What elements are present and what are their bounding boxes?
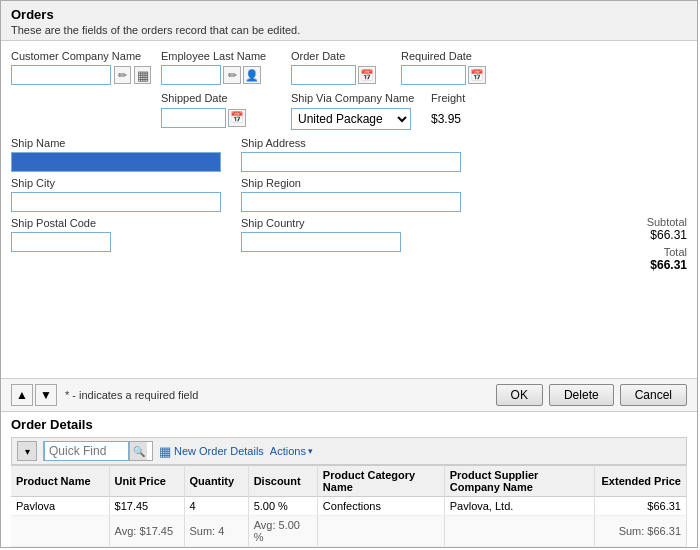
col-header-extended-price: Extended Price (594, 466, 686, 497)
total-value: $66.31 (647, 258, 687, 272)
toolbar-dropdown-button[interactable]: ▾ (17, 441, 37, 461)
order-details-section: Order Details ▾ 🔍 ▦ New Order Details Ac… (1, 412, 697, 547)
form-row-2: Shipped Date 📅 Ship Via Company Name Uni… (11, 91, 687, 129)
ship-country-input[interactable]: Denmark (241, 232, 401, 252)
total-label: Total (647, 246, 687, 258)
required-note: * - indicates a required field (65, 389, 488, 401)
nav-arrows: ▲ ▼ (11, 384, 57, 406)
customer-input[interactable]: Simons bistro (11, 65, 111, 85)
quickfind-container: 🔍 (43, 441, 153, 461)
required-date-calendar-icon[interactable]: 📅 (468, 66, 486, 84)
freight-field: Freight $3.95 (431, 91, 465, 129)
actions-label: Actions (270, 445, 306, 457)
col-header-product: Product Name (11, 466, 109, 497)
ship-region-label: Ship Region (241, 176, 687, 190)
employee-field: Employee Last Name King ✏ 👤 (161, 49, 281, 85)
employee-label: Employee Last Name (161, 49, 281, 63)
order-date-label: Order Date (291, 49, 391, 63)
ship-via-field: Ship Via Company Name United Package (291, 91, 421, 129)
table-header-row: Product Name Unit Price Quantity Discoun… (11, 466, 687, 497)
order-date-field: Order Date 5/6/1998 📅 (291, 49, 391, 85)
form-row-1: Customer Company Name Simons bistro ✏ ▦ … (11, 49, 687, 85)
table-summary-row: Avg: $17.45 Sum: 4 Avg: 5.00 % Sum: $66.… (11, 516, 687, 547)
cell-extended-price: $66.31 (594, 497, 686, 516)
ship-via-select[interactable]: United Package (291, 108, 411, 130)
required-date-label: Required Date (401, 49, 501, 63)
cell-category: Confections (317, 497, 444, 516)
order-date-input[interactable]: 5/6/1998 (291, 65, 356, 85)
employee-input[interactable]: King (161, 65, 221, 85)
ship-name-field: Ship Name Simons bistro (11, 136, 231, 172)
ship-postal-input[interactable]: 1734 (11, 232, 111, 252)
new-order-details-button[interactable]: ▦ New Order Details (159, 444, 264, 459)
delete-button[interactable]: Delete (549, 384, 614, 406)
col-header-discount: Discount (248, 466, 317, 497)
shipped-date-input-row: 📅 (161, 108, 281, 128)
new-order-label: New Order Details (174, 445, 264, 457)
ship-city-input[interactable]: Kobenhavn (11, 192, 221, 212)
employee-edit-icon[interactable]: ✏ (223, 66, 241, 84)
cell-supplier: Pavlova, Ltd. (444, 497, 594, 516)
quickfind-input[interactable] (44, 441, 129, 461)
customer-label: Customer Company Name (11, 49, 151, 63)
shipped-date-calendar-icon[interactable]: 📅 (228, 109, 246, 127)
shipped-date-field: Shipped Date 📅 (161, 91, 281, 129)
summary-avg-disc: Avg: 5.00 % (248, 516, 317, 547)
form-row-3: Ship Name Simons bistro Ship Address Vin… (11, 136, 687, 172)
ship-via-label: Ship Via Company Name (291, 91, 421, 105)
freight-label: Freight (431, 91, 465, 105)
col-header-supplier: Product Supplier Company Name (444, 466, 594, 497)
customer-edit-icon[interactable]: ✏ (114, 66, 131, 84)
summary-sum-qty: Sum: 4 (184, 516, 248, 547)
summary-avg: Avg: $17.45 (109, 516, 184, 547)
ship-city-label: Ship City (11, 176, 231, 190)
ship-name-label: Ship Name (11, 136, 231, 150)
form-toolbar: ▲ ▼ * - indicates a required field OK De… (1, 378, 697, 412)
col-header-category: Product Category Name (317, 466, 444, 497)
ship-country-label: Ship Country (241, 216, 637, 230)
ship-address-input[interactable]: Vinbæltet 34 (241, 152, 461, 172)
action-buttons: OK Delete Cancel (496, 384, 687, 406)
cell-quantity: 4 (184, 497, 248, 516)
col-header-qty: Quantity (184, 466, 248, 497)
order-details-table: Product Name Unit Price Quantity Discoun… (11, 465, 687, 547)
employee-person-icon[interactable]: 👤 (243, 66, 261, 84)
summary-empty (11, 516, 109, 547)
nav-up-button[interactable]: ▲ (11, 384, 33, 406)
cancel-button[interactable]: Cancel (620, 384, 687, 406)
actions-button[interactable]: Actions ▾ (270, 445, 313, 457)
table-row[interactable]: Pavlova $17.45 4 5.00 % Confections Pavl… (11, 497, 687, 516)
required-date-input[interactable]: 6/3/1998 (401, 65, 466, 85)
ok-button[interactable]: OK (496, 384, 543, 406)
subtotal-value: $66.31 (647, 228, 687, 242)
nav-down-button[interactable]: ▼ (35, 384, 57, 406)
form-area: Customer Company Name Simons bistro ✏ ▦ … (1, 41, 697, 378)
ship-region-field: Ship Region (241, 176, 687, 212)
subtotal-label: Subtotal (647, 216, 687, 228)
shipped-date-label: Shipped Date (161, 91, 281, 105)
form-row-4: Ship City Kobenhavn Ship Region (11, 176, 687, 212)
ship-address-field: Ship Address Vinbæltet 34 (241, 136, 687, 172)
freight-value: $3.95 (431, 108, 465, 126)
ship-name-input[interactable]: Simons bistro (11, 152, 221, 172)
ship-postal-field: Ship Postal Code 1734 (11, 216, 231, 272)
ship-region-input[interactable] (241, 192, 461, 212)
order-date-calendar-icon[interactable]: 📅 (358, 66, 376, 84)
header: Orders These are the fields of the order… (1, 1, 697, 41)
cell-product: Pavlova (11, 497, 109, 516)
new-order-grid-icon: ▦ (159, 444, 171, 459)
cell-unit-price: $17.45 (109, 497, 184, 516)
totals-area: Subtotal $66.31 Total $66.31 (647, 216, 687, 272)
required-date-field: Required Date 6/3/1998 📅 (401, 49, 501, 85)
customer-field: Customer Company Name Simons bistro ✏ ▦ (11, 49, 151, 85)
summary-empty-sup (444, 516, 594, 547)
order-details-toolbar: ▾ 🔍 ▦ New Order Details Actions ▾ (11, 437, 687, 465)
shipped-date-input[interactable] (161, 108, 226, 128)
page-subtitle: These are the fields of the orders recor… (11, 24, 687, 36)
search-button[interactable]: 🔍 (129, 442, 147, 460)
cell-discount: 5.00 % (248, 497, 317, 516)
customer-grid-icon[interactable]: ▦ (134, 66, 151, 84)
ship-country-field: Ship Country Denmark (241, 216, 637, 272)
summary-empty-cat (317, 516, 444, 547)
required-date-input-row: 6/3/1998 📅 (401, 65, 501, 85)
